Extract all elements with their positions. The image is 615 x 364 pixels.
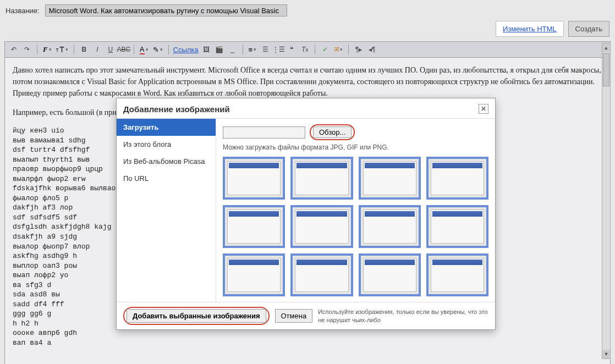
image-button[interactable]: 🖼 (201, 44, 212, 55)
rtl-button[interactable]: ◂¶ (366, 44, 377, 55)
tab-upload[interactable]: Загрузить (117, 119, 216, 136)
add-images-dialog: Добавление изображений ✕ Загрузить Из эт… (116, 98, 496, 330)
tab-from-blog[interactable]: Из этого блога (117, 136, 216, 153)
separator (37, 45, 37, 54)
footer-note: Используйте изображения, только если вы … (318, 308, 488, 324)
ordered-list-button[interactable]: ☰ (260, 44, 271, 55)
underline-button[interactable]: U (105, 44, 116, 55)
thumbnail[interactable] (426, 253, 488, 296)
thumbnail[interactable] (223, 205, 285, 248)
add-highlight: Добавить выбранные изображения (123, 307, 270, 325)
highlight-dropdown[interactable]: ✎ (152, 46, 164, 54)
file-path-input[interactable] (223, 126, 305, 139)
link-button[interactable]: Ссылка (173, 46, 199, 54)
undo-button[interactable]: ↶ (8, 44, 19, 55)
thumbnail[interactable] (223, 157, 285, 200)
thumbnail[interactable] (290, 253, 353, 296)
pagebreak-button[interactable]: ⎯ (227, 44, 238, 55)
title-label: Название: (6, 7, 40, 15)
bold-button[interactable]: B (79, 44, 90, 55)
close-icon[interactable]: ✕ (479, 104, 488, 114)
remove-format-button[interactable]: Tx (299, 44, 310, 55)
thumbnail[interactable] (359, 157, 421, 200)
thumbnail[interactable] (290, 157, 353, 200)
edit-html-button[interactable]: Изменить HTML (496, 21, 564, 37)
separator (74, 45, 74, 54)
font-family-dropdown[interactable]: F (42, 45, 53, 54)
dialog-content: Обзор... Можно загружать файлы формата J… (216, 119, 495, 302)
separator (243, 45, 243, 54)
thumbnail[interactable] (359, 205, 421, 248)
toolbar: ↶ ↷ F тТ B I U ABC A ✎ Ссылка 🖼 🎬 ⎯ ≡ ☰ … (4, 41, 611, 58)
upload-hint: Можно загружать файлы формата JPG, GIF и… (223, 144, 488, 151)
dialog-tabs: Загрузить Из этого блога Из Веб-альбомов… (117, 119, 216, 302)
dialog-title: Добавление изображений (123, 104, 230, 114)
unordered-list-button[interactable]: ⋮☰ (273, 44, 284, 55)
thumbnail[interactable] (359, 253, 421, 296)
redo-button[interactable]: ↷ (21, 44, 32, 55)
align-dropdown[interactable]: ≡ (248, 46, 258, 54)
browse-highlight: Обзор... (310, 124, 355, 140)
align-icon: ≡ (249, 46, 253, 54)
italic-button[interactable]: I (92, 44, 103, 55)
vertical-scrollbar[interactable]: ▲ ▼ (602, 43, 611, 359)
text-color-dropdown[interactable]: A (139, 45, 150, 54)
quote-button[interactable]: ❝ (286, 44, 297, 55)
separator (348, 45, 349, 54)
ltr-button[interactable]: ¶▸ (353, 44, 364, 55)
scrollbar-thumb[interactable] (603, 53, 609, 86)
thumbnail[interactable] (426, 205, 488, 248)
highlight-icon: ✎ (153, 46, 159, 54)
font-size-dropdown[interactable]: тТ (55, 45, 69, 54)
separator (134, 45, 134, 54)
separator (315, 45, 315, 54)
cancel-button[interactable]: Отмена (275, 309, 313, 323)
transliterate-dropdown[interactable]: अ (333, 45, 344, 54)
browse-button[interactable]: Обзор... (313, 126, 352, 138)
scroll-down-button[interactable]: ▼ (602, 350, 610, 359)
thumbnail[interactable] (223, 253, 285, 296)
thumbnail[interactable] (426, 157, 488, 200)
tab-picasa[interactable]: Из Веб-альбомов Picasa (117, 153, 216, 170)
add-selected-button[interactable]: Добавить выбранные изображения (127, 309, 266, 323)
video-button[interactable]: 🎬 (214, 44, 225, 55)
thumbnail[interactable] (290, 205, 353, 248)
create-button[interactable]: Создать (568, 21, 609, 37)
separator (168, 45, 169, 54)
title-input[interactable] (45, 4, 287, 16)
strikethrough-button[interactable]: ABC (118, 44, 129, 55)
spellcheck-button[interactable]: ✓ (320, 44, 331, 55)
thumbnail-grid (223, 157, 488, 296)
tab-by-url[interactable]: По URL (117, 170, 216, 187)
scroll-up-button[interactable]: ▲ (602, 43, 610, 52)
paragraph-1: Давно хотел написать про этот замечатель… (13, 64, 602, 99)
